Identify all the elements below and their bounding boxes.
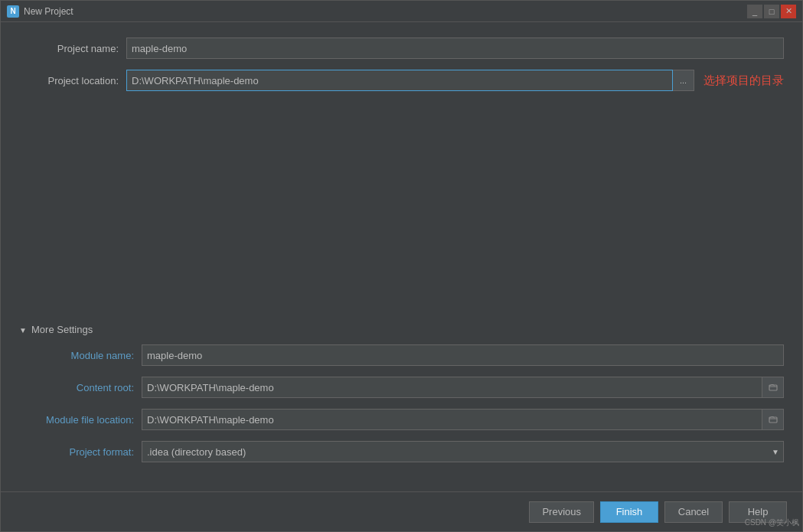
module-file-location-label: Module file location:: [19, 414, 142, 426]
content-root-row: Content root:: [19, 377, 784, 398]
finish-button[interactable]: Finish: [600, 501, 658, 523]
module-file-location-row: Module file location:: [19, 409, 784, 430]
title-bar: N New Project _ □ ✕: [1, 1, 802, 22]
project-location-row: Project location: ... 选择项目的目录: [19, 70, 784, 91]
content-root-label: Content root:: [19, 382, 142, 393]
collapse-arrow-icon: ▼: [19, 326, 27, 334]
module-file-location-field-group: [142, 409, 784, 430]
app-icon: N: [7, 5, 19, 18]
project-location-input[interactable]: [126, 70, 673, 91]
module-file-location-input[interactable]: [142, 409, 762, 430]
annotation-text: 选择项目的目录: [703, 73, 784, 88]
dialog-title: New Project: [24, 6, 73, 17]
project-location-field-group: ...: [126, 70, 694, 91]
more-settings-content: Module name: Content root:: [19, 344, 784, 462]
project-format-select[interactable]: .idea (directory based) Eclipse (.classp…: [142, 441, 784, 462]
content-root-field-group: [142, 377, 784, 398]
new-project-dialog: N New Project _ □ ✕ Project name: Projec…: [0, 0, 803, 532]
module-name-input[interactable]: [142, 344, 784, 366]
more-settings-label: More Settings: [31, 324, 93, 335]
cancel-button[interactable]: Cancel: [664, 501, 723, 523]
project-location-label: Project location:: [19, 75, 126, 86]
watermark: CSDN @笑小枫: [745, 517, 799, 528]
close-button[interactable]: ✕: [781, 5, 796, 18]
project-format-label: Project format:: [19, 446, 142, 458]
more-settings-section: ▼ More Settings Module name: Content roo…: [19, 324, 784, 473]
content-root-browse-button[interactable]: [762, 377, 784, 398]
project-name-row: Project name:: [19, 38, 784, 59]
more-settings-header[interactable]: ▼ More Settings: [19, 324, 784, 335]
previous-button[interactable]: Previous: [529, 501, 594, 523]
dialog-body: Project name: Project location: ... 选择项目…: [1, 22, 802, 491]
module-name-label: Module name:: [19, 350, 142, 361]
maximize-button[interactable]: □: [764, 5, 779, 18]
minimize-button[interactable]: _: [747, 5, 762, 18]
svg-rect-1: [769, 417, 777, 423]
project-name-input[interactable]: [126, 38, 784, 59]
dialog-footer: Previous Finish Cancel Help: [1, 491, 802, 531]
content-root-input[interactable]: [142, 377, 762, 398]
project-name-label: Project name:: [19, 43, 126, 54]
project-format-select-wrapper: .idea (directory based) Eclipse (.classp…: [142, 441, 784, 462]
module-name-row: Module name:: [19, 344, 784, 366]
module-file-location-browse-button[interactable]: [762, 409, 784, 430]
project-location-browse-button[interactable]: ...: [673, 70, 694, 91]
title-bar-controls: _ □ ✕: [747, 5, 796, 18]
title-bar-left: N New Project: [7, 5, 73, 18]
project-format-row: Project format: .idea (directory based) …: [19, 441, 784, 462]
svg-rect-0: [769, 385, 777, 390]
